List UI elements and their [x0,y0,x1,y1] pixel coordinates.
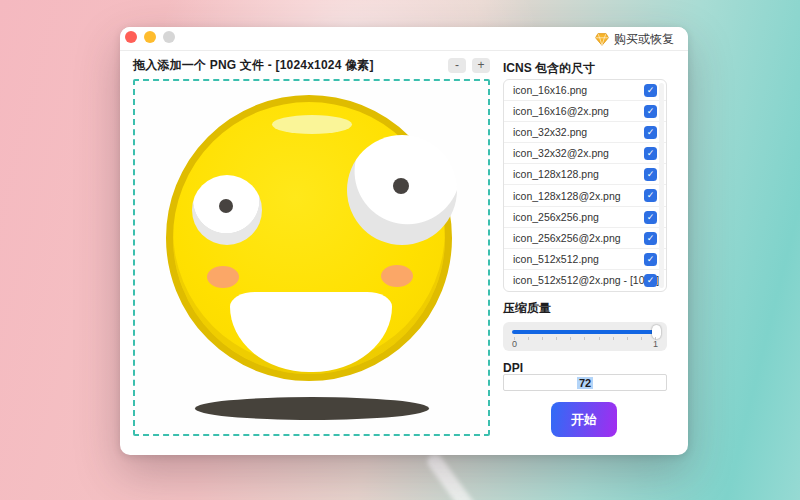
minimize-button[interactable] [144,31,156,43]
smiley-left-pupil [219,199,233,213]
smiley-right-eye [347,135,457,245]
dpi-value: 72 [577,377,593,389]
dpi-input[interactable]: 72 [503,374,667,391]
quality-slider[interactable]: 0 1 [503,322,667,351]
slider-min-label: 0 [512,339,517,349]
file-row: icon_512x512@2x.png - [1024]✓ [504,270,666,291]
preview-image [135,81,488,434]
zoom-buttons: - + [448,58,490,73]
file-name: icon_16x16.png [504,84,587,96]
slider-track [512,330,658,334]
smiley-right-pupil [393,178,409,194]
file-checkbox[interactable]: ✓ [644,274,657,287]
file-name: icon_256x256.png [504,211,599,223]
file-row: icon_256x256@2x.png✓ [504,228,666,249]
file-row: icon_16x16@2x.png✓ [504,101,666,122]
quality-label: 压缩质量 [503,300,551,317]
smiley-highlight [272,115,352,134]
desktop-background: 购买或恢复 拖入添加一个 PNG 文件 - [1024x1024 像素] - + [0,0,800,500]
zoom-in-button[interactable]: + [472,58,490,73]
file-row: icon_256x256.png✓ [504,207,666,228]
drop-hint-title: 拖入添加一个 PNG 文件 - [1024x1024 像素] [133,57,374,74]
file-checkbox[interactable]: ✓ [644,147,657,160]
icns-file-list: icon_16x16.png✓icon_16x16@2x.png✓icon_32… [503,79,667,292]
file-checkbox[interactable]: ✓ [644,232,657,245]
file-checkbox[interactable]: ✓ [644,189,657,202]
smiley-right-cheek [381,265,413,287]
slider-labels: 0 1 [512,339,658,349]
png-drop-area[interactable] [133,79,490,436]
file-row: icon_32x32@2x.png✓ [504,143,666,164]
file-name: icon_32x32.png [504,126,587,138]
file-name: icon_32x32@2x.png [504,147,609,159]
file-checkbox[interactable]: ✓ [644,211,657,224]
icns-sizes-header: ICNS 包含的尺寸 [503,60,595,77]
right-pane: ICNS 包含的尺寸 icon_16x16.png✓icon_16x16@2x.… [503,27,667,455]
left-pane-header: 拖入添加一个 PNG 文件 - [1024x1024 像素] - + [133,52,490,79]
app-window: 购买或恢复 拖入添加一个 PNG 文件 - [1024x1024 像素] - + [120,27,688,455]
file-row: icon_512x512.png✓ [504,249,666,270]
file-checkbox[interactable]: ✓ [644,253,657,266]
file-name: icon_512x512@2x.png - [1024] [504,274,659,286]
smiley-left-eye [192,175,262,245]
zoom-out-button[interactable]: - [448,58,466,73]
file-checkbox[interactable]: ✓ [644,168,657,181]
smiley-shadow [195,397,429,420]
smiley-left-cheek [207,266,239,288]
file-row: icon_128x128.png✓ [504,164,666,185]
file-name: icon_16x16@2x.png [504,105,609,117]
file-name: icon_512x512.png [504,253,599,265]
background-streak [425,451,483,500]
close-button[interactable] [125,31,137,43]
file-name: icon_128x128@2x.png [504,190,621,202]
file-name: icon_128x128.png [504,168,599,180]
file-name: icon_256x256@2x.png [504,232,621,244]
slider-max-label: 1 [653,339,658,349]
file-checkbox[interactable]: ✓ [644,126,657,139]
file-row: icon_16x16.png✓ [504,80,666,101]
start-button[interactable]: 开始 [551,402,617,437]
file-row: icon_128x128@2x.png✓ [504,185,666,206]
fullscreen-button-disabled [163,31,175,43]
file-checkbox[interactable]: ✓ [644,84,657,97]
file-checkbox[interactable]: ✓ [644,105,657,118]
file-row: icon_32x32.png✓ [504,122,666,143]
dpi-label: DPI [503,361,523,375]
